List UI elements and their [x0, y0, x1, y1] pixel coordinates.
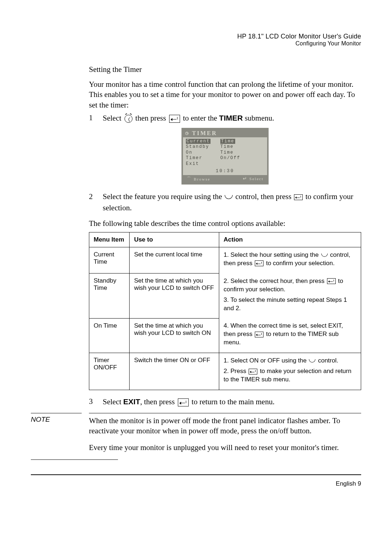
enter-icon: [294, 194, 303, 200]
col-header: Action: [219, 232, 361, 247]
osd-row: Standby Time: [186, 144, 264, 150]
main-content: Setting the Timer Your monitor has a tim…: [89, 65, 361, 408]
options-table: Menu Item Use to Action Current Time Set…: [89, 232, 361, 390]
osd-cell: Standby: [186, 144, 220, 150]
col-header: Use to: [130, 232, 219, 247]
table-row: On Time Set the time at which you wish y…: [89, 318, 361, 353]
table-header-row: Menu Item Use to Action: [89, 232, 361, 247]
footer-rule: [31, 474, 361, 475]
cell-action: 1. Select the hour setting using the con…: [219, 247, 361, 273]
note-body: When the monitor is in power off mode th…: [89, 413, 361, 453]
osd-menu-screenshot: ◷ TIMER Current Time Standby Time On Tim…: [181, 128, 269, 185]
select-icon: ↵: [243, 176, 248, 181]
text: , then press: [140, 397, 175, 406]
cell-item: Timer ON/OFF: [89, 353, 130, 390]
clock-icon: [124, 115, 132, 123]
osd-cell: Time: [220, 139, 235, 144]
osd-cell: Timer: [186, 155, 220, 161]
step-number: 2: [89, 191, 95, 203]
cell-item: Current Time: [89, 247, 130, 273]
osd-title: TIMER: [192, 130, 217, 137]
col-header: Menu Item: [89, 232, 130, 247]
text: 3. To select the minute setting repeat S…: [224, 296, 356, 313]
cell-action: 1. Select ON or OFF using the control. 2…: [219, 353, 361, 390]
osd-cell: Exit: [186, 161, 220, 167]
osd-cell: On: [186, 150, 220, 156]
osd-footer: ⌒ Browse ↵ Select: [183, 175, 267, 183]
table-row: Timer ON/OFF Switch the timer ON or OFF …: [89, 353, 361, 390]
intro-paragraph: Your monitor has a time control function…: [89, 79, 361, 110]
doc-title: HP 18.1" LCD Color Monitor User's Guide: [31, 33, 361, 40]
osd-row: Timer On/Off: [186, 155, 264, 161]
table-row: Standby Time Set the time at which you w…: [89, 274, 361, 319]
text: 1. Select the hour setting using the: [224, 251, 319, 258]
step-body: Select the feature you require using the…: [103, 191, 361, 214]
note-paragraph: Every time your monitor is unplugged you…: [89, 442, 361, 453]
note-label: NOTE: [31, 413, 82, 424]
text: submenu.: [245, 114, 274, 122]
browse-icon: ⌒: [187, 176, 192, 182]
text-bold: EXIT: [123, 397, 140, 406]
osd-row: Current Time: [186, 139, 264, 145]
page-footer: English 9: [31, 480, 361, 487]
text: Select: [103, 114, 121, 122]
text: to confirm your selection.: [266, 260, 335, 267]
text: to return to the main menu.: [192, 397, 275, 406]
text: 2. Select the correct hour, then press: [224, 278, 324, 284]
step-body: Select then press to enter the TIMER sub…: [103, 112, 361, 124]
osd-cell: Current: [186, 139, 211, 144]
osd-body: Current Time Standby Time On Time Timer …: [183, 137, 267, 175]
cell-action: 2. Select the correct hour, then press t…: [219, 274, 361, 319]
smile-icon: [321, 254, 328, 257]
enter-icon: [249, 369, 257, 374]
doc-subtitle: Configuring Your Monitor: [31, 40, 361, 47]
osd-titlebar: ◷ TIMER: [183, 129, 267, 137]
text: 1. Select ON or OFF using the: [224, 357, 307, 364]
clock-icon: ◷: [185, 131, 190, 135]
text: Select the feature you require using the: [103, 192, 222, 201]
section-heading: Setting the Timer: [89, 65, 361, 74]
step-number: 1: [89, 112, 95, 124]
table-row: Current Time Set the current local time …: [89, 247, 361, 273]
osd-cell: Time: [220, 144, 234, 150]
cell-use: Set the time at which you wish your LCD …: [130, 318, 219, 353]
text: control.: [318, 357, 338, 364]
smile-icon: [309, 359, 315, 362]
cell-use: Set the time at which you wish your LCD …: [130, 274, 219, 319]
osd-row: On Time: [186, 150, 264, 156]
note-block: NOTE When the monitor is in power off mo…: [31, 413, 361, 453]
enter-icon: [255, 332, 264, 337]
cell-action: 4. When the correct time is set, select …: [219, 318, 361, 353]
text: then press: [135, 114, 166, 122]
step-1: 1 Select then press to enter the TIMER s…: [89, 112, 361, 124]
osd-cell: On/Off: [220, 155, 240, 161]
step-3: 3 Select EXIT, then press to return to t…: [89, 396, 361, 408]
note-rule: [31, 459, 118, 460]
cell-item: Standby Time: [89, 274, 130, 319]
osd-row: Exit: [186, 161, 264, 167]
step-2: 2 Select the feature you require using t…: [89, 191, 361, 214]
note-paragraph: When the monitor is in power off mode th…: [89, 416, 361, 436]
step-number: 3: [89, 396, 95, 408]
osd-cell: Time: [220, 150, 234, 156]
enter-icon: [169, 115, 180, 123]
enter-icon: [178, 398, 189, 406]
osd-clock: 10:30: [186, 167, 264, 174]
table-intro: The following table describes the time c…: [89, 218, 361, 228]
text-bold: TIMER: [219, 114, 243, 122]
step-body: Select EXIT, then press to return to the…: [103, 396, 361, 408]
cell-use: Set the current local time: [130, 247, 219, 273]
cell-use: Switch the timer ON or OFF: [130, 353, 219, 390]
enter-icon: [327, 278, 336, 284]
text: 2. Press: [224, 368, 246, 374]
text: Select: [103, 397, 121, 406]
smile-icon: [225, 195, 233, 199]
cell-item: On Time: [89, 318, 130, 353]
osd-footer-right: Select: [249, 177, 264, 181]
text: control, then press: [235, 192, 291, 201]
osd-footer-left: Browse: [194, 177, 211, 181]
enter-icon: [255, 260, 264, 266]
text: to enter the: [183, 114, 217, 122]
page-header: HP 18.1" LCD Color Monitor User's Guide …: [31, 33, 361, 47]
